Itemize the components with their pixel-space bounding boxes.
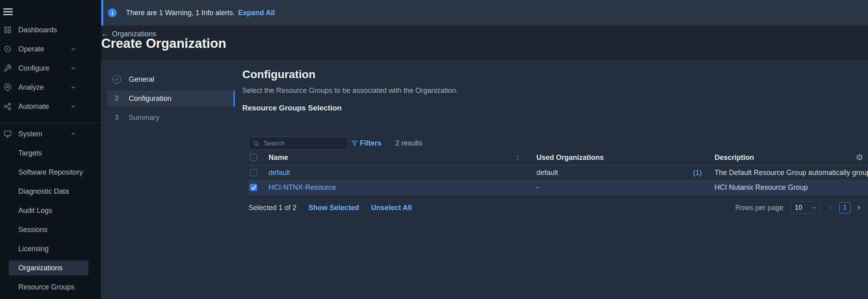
sidebar-item-label: Resource Groups	[18, 283, 75, 291]
wizard-stepper: General 2 Configuration 3 Summary	[102, 61, 235, 299]
used-organizations-count-link[interactable]: (1)	[693, 169, 702, 177]
content-title: Configuration	[242, 68, 316, 81]
alert-banner: i There are 1 Warning, 1 Info alerts. Ex…	[101, 0, 868, 26]
table-settings-gear-icon[interactable]: ⚙	[856, 153, 863, 162]
sidebar-item-system[interactable]: System	[0, 124, 101, 144]
column-header-name: Name	[269, 153, 288, 162]
sidebar-item-label: Operate	[18, 45, 44, 53]
step-configuration[interactable]: 2 Configuration	[107, 90, 235, 106]
filters-label: Filters	[360, 139, 381, 148]
select-all-checkbox[interactable]	[250, 154, 257, 161]
sidebar-item-label: Targets	[18, 149, 42, 157]
filter-funnel-icon	[352, 140, 357, 146]
step-number: 2	[115, 94, 118, 102]
used-organizations-value: -	[536, 183, 539, 192]
resource-group-link[interactable]: default	[269, 169, 290, 177]
analyze-icon	[2, 82, 13, 92]
sidebar-item-label: System	[18, 130, 42, 138]
dashboards-icon	[2, 25, 13, 35]
rows-per-page-select[interactable]: 10	[791, 201, 821, 214]
hamburger-menu-icon[interactable]	[3, 7, 13, 17]
sidebar-item-operate[interactable]: Operate	[0, 39, 101, 59]
table-footer: Selected 1 of 2 Show Selected Unselect A…	[249, 200, 862, 216]
sidebar-system-items: Targets Software Repository Diagnostic D…	[0, 144, 101, 297]
description-value: The Default Resource Group automatically…	[713, 169, 868, 177]
current-page-number[interactable]: 1	[839, 202, 850, 213]
selection-summary: Selected 1 of 2	[249, 204, 297, 212]
sort-icon[interactable]	[515, 155, 520, 160]
sidebar-main-nav: Dashboards Operate Configure Analyze	[0, 20, 101, 116]
sidebar-divider	[0, 123, 101, 123]
chevron-down-icon	[70, 103, 77, 110]
sidebar-item-label: Configure	[18, 64, 49, 73]
search-icon	[253, 140, 259, 147]
sidebar-item-licensing[interactable]: Licensing	[0, 239, 101, 258]
column-header-used-organizations: Used Organizations	[535, 153, 713, 162]
configure-icon	[2, 63, 13, 73]
wizard-content: Configuration Select the Resource Groups…	[242, 61, 868, 299]
wizard-panel: General 2 Configuration 3 Summary Config…	[101, 61, 868, 299]
sidebar-item-label: Audit Logs	[18, 207, 52, 215]
table-toolbar: Filters 2 results	[249, 137, 422, 150]
rows-per-page-label: Rows per page	[735, 204, 784, 212]
sidebar-item-label: Analyze	[18, 83, 44, 92]
sidebar-item-label: Licensing	[18, 245, 49, 253]
expand-all-link[interactable]: Expand All	[238, 9, 275, 17]
sidebar-item-label: Software Repository	[18, 168, 83, 177]
sidebar-item-automate[interactable]: Automate	[0, 97, 101, 116]
sidebar-item-label: Diagnostic Data	[18, 187, 69, 196]
step-label: Configuration	[129, 94, 171, 103]
content-subtitle: Select the Resource Groups to be associa…	[242, 87, 458, 95]
chevron-down-icon	[70, 46, 77, 52]
system-icon	[2, 129, 13, 139]
sidebar-item-audit-logs[interactable]: Audit Logs	[0, 201, 101, 220]
sidebar-item-label: Automate	[18, 102, 49, 111]
operate-icon	[2, 44, 13, 54]
used-organizations-value: default	[536, 169, 558, 177]
page-header: ← Organizations Create Organization	[101, 26, 868, 61]
sidebar-item-label: Sessions	[18, 226, 47, 234]
sidebar-item-software-repository[interactable]: Software Repository	[0, 163, 101, 182]
unselect-all-link[interactable]: Unselect All	[371, 204, 412, 212]
chevron-up-icon	[70, 131, 77, 137]
step-summary[interactable]: 3 Summary	[102, 110, 235, 126]
chevron-down-icon	[811, 205, 817, 210]
rows-per-page-value: 10	[795, 204, 802, 212]
row-checkbox[interactable]	[250, 184, 257, 191]
sidebar-item-organizations[interactable]: Organizations	[0, 258, 101, 277]
show-selected-link[interactable]: Show Selected	[308, 204, 359, 212]
sidebar-item-targets[interactable]: Targets	[0, 144, 101, 163]
sidebar-item-diagnostic-data[interactable]: Diagnostic Data	[0, 182, 101, 201]
chevron-down-icon	[70, 65, 77, 71]
page-title: Create Organization	[101, 36, 226, 51]
row-checkbox[interactable]	[250, 169, 257, 176]
sidebar-item-label: Dashboards	[18, 26, 57, 34]
sidebar-item-configure[interactable]: Configure	[0, 59, 101, 78]
sidebar-item-resource-groups[interactable]: Resource Groups	[0, 277, 101, 297]
step-label: General	[129, 75, 154, 84]
search-input[interactable]	[263, 139, 344, 148]
step-complete-check-icon	[112, 75, 121, 84]
sidebar-item-sessions[interactable]: Sessions	[0, 220, 101, 239]
step-number: 3	[115, 114, 118, 122]
description-value: HCI Nutanix Resource Group	[713, 183, 868, 192]
section-title: Resource Groups Selection	[242, 104, 342, 112]
filters-button[interactable]: Filters	[352, 139, 381, 148]
sidebar-system-nav: System	[0, 124, 101, 144]
table-header-row: Name Used Organizations Description ⚙	[248, 150, 868, 165]
column-header-description: Description	[713, 153, 868, 162]
resource-group-link[interactable]: HCI-NTNX-Resource	[269, 183, 336, 192]
chevron-down-icon	[70, 84, 77, 90]
table-row-hci-ntnx-resource: HCI-NTNX-Resource - HCI Nutanix Resource…	[248, 180, 868, 195]
sidebar-item-dashboards[interactable]: Dashboards	[0, 20, 101, 39]
alert-message: There are 1 Warning, 1 Info alerts.	[126, 9, 235, 17]
sidebar: Dashboards Operate Configure Analyze	[0, 0, 101, 299]
next-page-icon[interactable]	[855, 204, 862, 211]
table-row-default: default default (1) The Default Resource…	[248, 165, 868, 180]
search-box	[249, 137, 348, 150]
step-general[interactable]: General	[102, 71, 235, 87]
sidebar-item-analyze[interactable]: Analyze	[0, 78, 101, 97]
previous-page-icon[interactable]	[827, 204, 835, 211]
resource-groups-table: Name Used Organizations Description ⚙ de…	[248, 150, 868, 195]
info-icon: i	[108, 8, 117, 17]
